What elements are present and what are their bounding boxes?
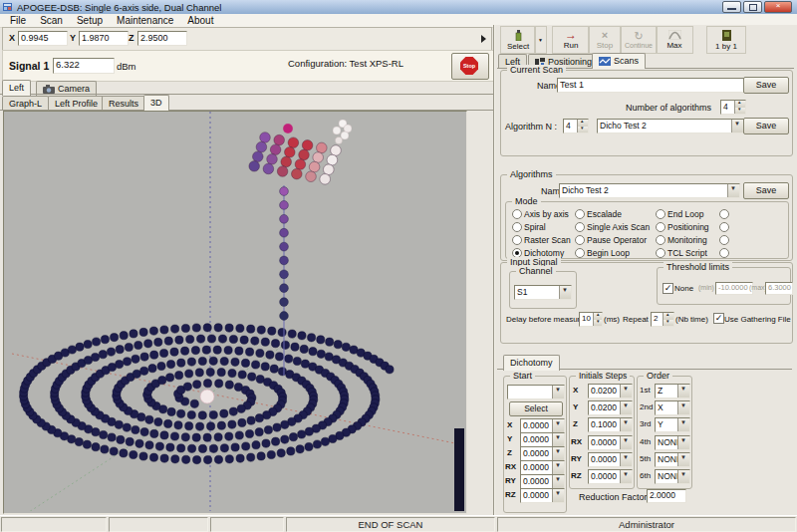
gathering-checkbox[interactable]: ✓ [713,313,724,324]
tab-dichotomy[interactable]: Dichotomy [503,355,560,371]
scan-name-field[interactable]: Test 1 [557,78,744,93]
status-cell-1 [1,517,107,532]
signal-unit: dBm [117,61,136,72]
one-by-one-button[interactable]: 1 by 1 [706,26,746,54]
steps-x-combo[interactable]: 0.0200 [588,384,633,399]
order-5th-combo[interactable]: NONE [655,452,690,467]
start-z-combo[interactable]: 0.0000 [520,446,565,461]
num-algorithms-spinner[interactable]: 4 [720,100,746,115]
minimize-button[interactable] [722,1,741,13]
tab-left-profile[interactable]: Left Profile [48,96,105,111]
radio-unlabeled-2[interactable] [719,222,729,232]
start-select-button[interactable]: Select [509,401,563,416]
menu-setup[interactable]: Setup [70,14,110,27]
close-button[interactable]: × [764,1,792,13]
radio-unlabeled-1[interactable] [719,209,729,219]
radio-raster-scan[interactable] [512,235,522,245]
scan-save-button[interactable]: Save [743,77,789,94]
order-2nd-combo[interactable]: X [655,400,690,415]
tab-graph-l[interactable]: Graph-L [2,96,49,111]
start-rz-combo[interactable]: 0.0000 [520,488,565,503]
threshold-max-field[interactable]: 6.3000 [765,282,793,295]
radio-end-loop[interactable] [656,209,665,219]
max-button[interactable]: Max [656,26,693,54]
num-algorithms-label: Number of algorithms [626,103,711,113]
repeat-unit-label: (Nb time) [675,315,708,324]
radio-unlabeled-4[interactable] [719,248,729,258]
tab-scans[interactable]: Scans [592,53,646,69]
radio-axis-by-axis-label: Axis by axis [524,209,569,219]
order-3rd-combo[interactable]: Y [655,417,690,432]
tab-results[interactable]: Results [102,96,145,111]
continue-button[interactable]: ↻ Continue [620,26,658,54]
splitter-arrow-icon [481,35,486,43]
start-rx-combo[interactable]: 0.0000 [520,460,565,475]
order-6th-combo[interactable]: NONE [655,469,690,484]
radio-monitoring[interactable] [656,235,665,245]
stop-scan-button[interactable]: Stop [451,53,489,80]
reduction-factor-field[interactable]: 2.0000 [647,489,686,503]
radio-positioning[interactable] [656,222,665,232]
order-6th-label: 6th [640,471,651,480]
3d-viewport[interactable] [3,111,467,514]
threshold-group: Threshold limits ✓ None (min) -10.0000 (… [657,267,791,305]
radio-single-axis-scan[interactable] [575,222,585,232]
steps-ry-combo[interactable]: 0.0000 [588,452,633,467]
radio-monitoring-label: Monitoring [667,235,707,245]
radio-begin-loop[interactable] [575,248,585,258]
stop-button[interactable]: × Stop [588,26,622,54]
start-ry-combo[interactable]: 0.0000 [520,474,565,489]
y-position-field[interactable]: 1.9870 [79,31,129,46]
algo-save-button[interactable]: Save [743,182,789,199]
run-button[interactable]: → Run [552,26,590,54]
algorithm-n-spinner[interactable]: 4 [563,119,589,133]
steps-y-combo[interactable]: 0.0200 [588,400,633,415]
select-button[interactable]: Select [500,26,536,54]
repeat-spinner[interactable]: 2 [651,312,674,327]
menu-about[interactable]: About [180,14,220,27]
radio-tcl-script[interactable] [656,248,665,258]
stop-button-label: Stop [597,41,613,50]
start-x-combo[interactable]: 0.0000 [520,418,565,433]
steps-rz-combo[interactable]: 0.0000 [588,469,633,484]
threshold-min-field[interactable]: -10.0000 [715,282,753,295]
steps-rx-combo[interactable]: 0.0000 [588,435,633,450]
radio-spiral[interactable] [512,222,522,232]
radio-pause-operator[interactable] [575,235,585,245]
order-4th-combo[interactable]: NONE [655,435,690,450]
delay-spinner[interactable]: 10 [579,312,603,327]
radio-axis-by-axis[interactable] [512,209,522,219]
radio-tcl-script-label: TCL Script [667,248,707,258]
order-1st-combo[interactable]: Z [655,384,690,399]
menu-file[interactable]: File [3,14,33,27]
title-bar: APOGEE-DSB: Single 6-axis side, Dual Cha… [0,0,797,15]
radio-escalade[interactable] [575,209,585,219]
threshold-none-checkbox[interactable]: ✓ [663,283,673,294]
algo-name-combo[interactable]: Dicho Test 2 [559,183,740,198]
maximize-button[interactable] [743,1,762,13]
menu-scan[interactable]: Scan [33,14,70,27]
3d-scene[interactable] [4,112,464,511]
window-title: APOGEE-DSB: Single 6-axis side, Dual Cha… [17,2,722,13]
radio-unlabeled-3[interactable] [719,235,729,245]
run-arrow-icon: → [565,30,577,40]
channel-combo[interactable]: S1 [514,285,572,300]
tab-left[interactable]: Left [2,80,31,96]
steps-x-label: X [573,386,578,395]
order-group: Order 1st Z 2nd X 3rd Y 4th NONE 5th NON… [637,376,692,489]
x-position-field[interactable]: 0.9945 [18,31,68,46]
steps-z-combo[interactable]: 0.1000 [588,417,633,432]
start-rx-label: RX [505,462,516,471]
algorithm-save-button[interactable]: Save [743,118,789,134]
algorithm-select-combo[interactable]: Dicho Test 2 [597,119,744,133]
menu-maintenance[interactable]: Maintenance [110,14,180,27]
channel-group: Channel S1 [509,271,577,309]
current-scan-title: Current Scan [507,65,566,75]
tab-3d[interactable]: 3D [143,95,169,111]
select-dropdown-button[interactable]: ▼ [534,26,547,54]
start-y-combo[interactable]: 0.0000 [520,432,565,447]
continue-icon: ↻ [634,31,643,41]
start-combo[interactable] [507,385,565,399]
z-position-field[interactable]: 2.9500 [137,31,187,46]
configuration-label: Configuration: Test XPS-RL [288,58,403,69]
